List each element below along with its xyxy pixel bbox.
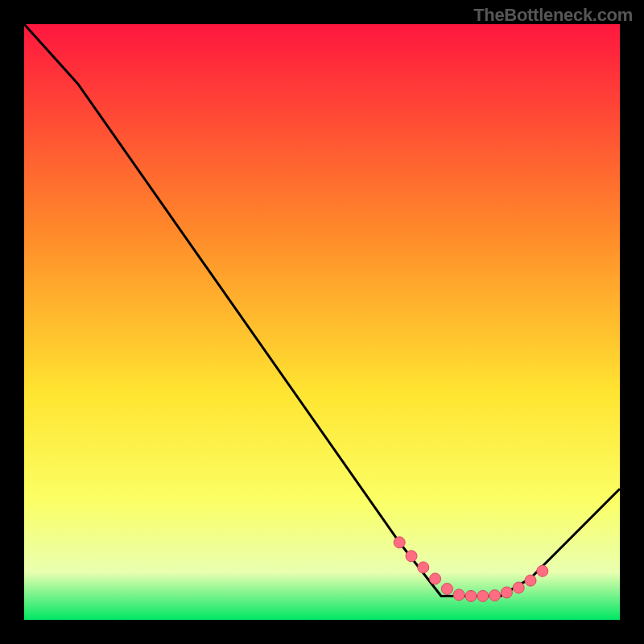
gradient-background <box>24 24 620 620</box>
marker-point <box>465 590 477 601</box>
marker-point <box>394 537 405 548</box>
marker-point <box>501 587 512 598</box>
marker-point <box>453 589 464 601</box>
marker-point <box>418 562 429 573</box>
marker-point <box>441 584 452 595</box>
marker-point <box>477 590 489 601</box>
marker-point <box>537 565 548 576</box>
chart-stage: TheBottleneck.com <box>0 0 644 644</box>
plot-svg <box>24 24 620 620</box>
marker-point <box>489 590 501 601</box>
attribution-text: TheBottleneck.com <box>473 5 633 26</box>
marker-point <box>525 575 536 586</box>
plot-area <box>24 24 620 620</box>
marker-point <box>406 551 417 562</box>
marker-point <box>513 582 524 593</box>
marker-point <box>430 573 441 584</box>
